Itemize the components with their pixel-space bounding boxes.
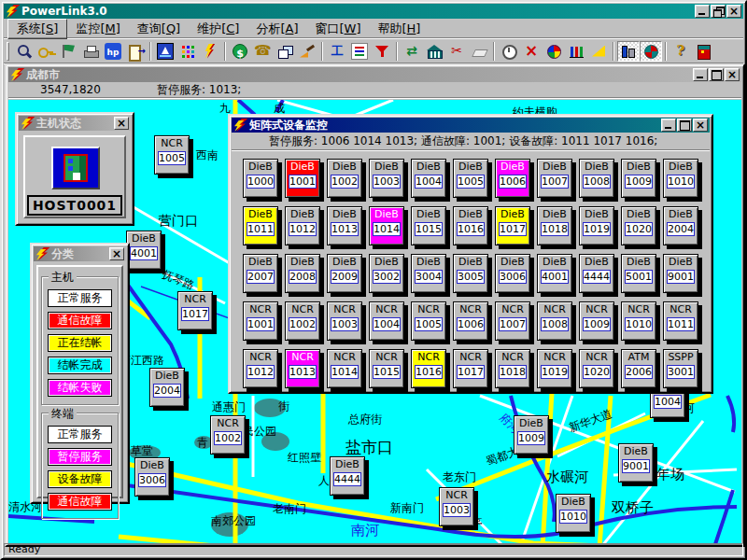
device-tile-DieB-3006[interactable]: DieB3006 xyxy=(495,254,530,293)
tb-eraser-button[interactable] xyxy=(468,41,490,62)
map-maximize-button[interactable] xyxy=(709,68,724,81)
tb-buildings-button[interactable] xyxy=(617,41,640,62)
map-minimize-button[interactable] xyxy=(693,68,708,81)
device-tile-DieB-1000[interactable]: DieB1000 xyxy=(243,159,278,198)
host-titlebar[interactable]: 主机状态 xyxy=(19,116,131,131)
tb-bank-button[interactable] xyxy=(423,41,445,62)
tb-hp-button[interactable] xyxy=(102,41,124,62)
device-tile-NCR-1017[interactable]: NCR1017 xyxy=(177,291,213,330)
device-tile-ATM-2006[interactable]: ATM2006 xyxy=(621,349,656,388)
device-tile-NCR-1007[interactable]: NCR1007 xyxy=(495,301,530,341)
device-tile-DieB-1010[interactable]: DieB1010 xyxy=(663,159,698,198)
device-tile-DieB-1004[interactable]: DieB1004 xyxy=(411,159,446,198)
host-close-button[interactable] xyxy=(114,117,129,130)
device-tile-DieB-1001[interactable]: DieB1001 xyxy=(285,159,320,198)
device-tile-DieB-4001[interactable]: DieB4001 xyxy=(537,254,572,293)
device-tile-DieB-2004[interactable]: DieB2004 xyxy=(149,368,185,407)
device-tile-DieB-1017[interactable]: DieB1017 xyxy=(495,206,530,245)
device-tile-NCR-1019[interactable]: NCR1019 xyxy=(537,349,572,388)
device-tile-DieB-4001[interactable]: DieB4001 xyxy=(126,231,162,270)
device-tile-DieB-1011[interactable]: DieB1011 xyxy=(243,206,278,245)
tb-money-button[interactable] xyxy=(229,41,251,62)
device-tile-DieB-4444[interactable]: DieB4444 xyxy=(330,456,365,496)
device-tile-NCR-1014[interactable]: NCR1014 xyxy=(327,349,362,388)
device-tile-DieB-3006[interactable]: DieB3006 xyxy=(134,457,170,497)
device-tile-DieB-1014[interactable]: DieB1014 xyxy=(369,206,404,245)
close-button[interactable] xyxy=(726,5,741,18)
device-tile-DieB-3005[interactable]: DieB3005 xyxy=(453,254,488,293)
tb-phone-button[interactable] xyxy=(251,41,274,62)
menu-item-3[interactable]: 查询[Q] xyxy=(129,20,189,38)
device-tile-DieB-1016[interactable]: DieB1016 xyxy=(453,206,488,245)
tb-cascade-button[interactable] xyxy=(274,41,296,62)
tb-alarm-button[interactable] xyxy=(692,41,714,62)
tb-flag-button[interactable] xyxy=(57,41,79,62)
menu-item-1[interactable]: 系统[S] xyxy=(7,19,67,39)
device-tile-NCR-1010[interactable]: NCR1010 xyxy=(621,301,656,341)
device-tile-NCR-1005[interactable]: NCR1005 xyxy=(154,135,190,175)
matrix-close-button[interactable] xyxy=(693,119,708,132)
device-tile-DieB-1018[interactable]: DieB1018 xyxy=(537,206,572,245)
tb-filter-button[interactable] xyxy=(371,41,393,62)
menu-item-6[interactable]: 窗口[W] xyxy=(306,20,369,38)
device-tile-DieB-1012[interactable]: DieB1012 xyxy=(285,206,320,245)
device-tile-DieB-2004[interactable]: DieB2004 xyxy=(663,206,698,245)
tb-key-button[interactable] xyxy=(35,41,57,62)
device-tile-DieB-4444[interactable]: DieB4444 xyxy=(579,254,614,293)
device-tile-DieB-9001[interactable]: DieB9001 xyxy=(663,254,698,293)
tb-bar-chart-button[interactable] xyxy=(565,41,587,62)
device-tile-DieB-1010[interactable]: DieB1010 xyxy=(556,494,591,533)
device-tile-NCR-1001[interactable]: NCR1001 xyxy=(243,301,278,341)
legend-close-button[interactable] xyxy=(109,247,124,260)
device-tile-NCR-1018[interactable]: NCR1018 xyxy=(495,349,530,388)
device-tile-NCR-1009[interactable]: NCR1009 xyxy=(579,301,614,341)
restore-button[interactable] xyxy=(711,5,726,18)
device-tile-NCR-1020[interactable]: NCR1020 xyxy=(579,349,614,388)
legend-titlebar[interactable]: 分类 xyxy=(34,246,126,261)
menu-item-5[interactable]: 分析[A] xyxy=(247,20,306,38)
device-tile-NCR-1011[interactable]: NCR1011 xyxy=(663,301,698,341)
tb-exit-button[interactable] xyxy=(124,41,147,62)
tb-matrix-monitor-button[interactable] xyxy=(640,41,662,62)
matrix-titlebar[interactable]: 矩阵式设备监控 xyxy=(232,118,710,133)
device-tile-NCR-1006[interactable]: NCR1006 xyxy=(453,301,488,341)
device-tile-DieB-1006[interactable]: DieB1006 xyxy=(495,159,530,198)
device-tile-DieB-3004[interactable]: DieB3004 xyxy=(411,254,446,293)
device-tile-DieB-2007[interactable]: DieB2007 xyxy=(243,254,278,293)
tb-ruler-button[interactable] xyxy=(587,41,610,62)
device-tile-DieB-1007[interactable]: DieB1007 xyxy=(537,159,572,198)
device-tile-DieB-1009[interactable]: DieB1009 xyxy=(621,159,656,198)
tb-printer-button[interactable] xyxy=(79,41,102,62)
menu-item-2[interactable]: 监控[M] xyxy=(67,20,128,38)
device-tile-NCR-1002[interactable]: NCR1002 xyxy=(285,301,320,341)
device-tile-DieB-2008[interactable]: DieB2008 xyxy=(285,254,320,293)
tb-find-button[interactable] xyxy=(12,41,35,62)
tb-color-grid-button[interactable] xyxy=(176,41,199,62)
tb-help-button[interactable] xyxy=(669,41,692,62)
device-tile-DieB-1008[interactable]: DieB1008 xyxy=(579,159,614,198)
toolbar-handle[interactable] xyxy=(7,42,9,61)
minimize-button[interactable] xyxy=(695,5,710,18)
tb-cut-button[interactable] xyxy=(445,41,468,62)
device-tile-DieB-1019[interactable]: DieB1019 xyxy=(579,206,614,245)
matrix-maximize-button[interactable] xyxy=(677,119,692,132)
device-tile-NCR-1003[interactable]: NCR1003 xyxy=(327,301,362,341)
device-tile-NCR-1002[interactable]: NCR1002 xyxy=(210,415,246,455)
tb-brush-button[interactable] xyxy=(296,41,318,62)
device-tile-NCR-1003[interactable]: NCR1003 xyxy=(439,487,474,526)
device-tile-NCR-1008[interactable]: NCR1008 xyxy=(537,301,572,341)
device-tile-NCR-1017[interactable]: NCR1017 xyxy=(453,349,488,388)
device-tile-DieB-1015[interactable]: DieB1015 xyxy=(411,206,446,245)
device-tile-NCR-1005[interactable]: NCR1005 xyxy=(411,301,446,341)
tb-report-button[interactable] xyxy=(348,41,371,62)
tb-tools-button[interactable] xyxy=(326,41,348,62)
device-tile-DieB-1002[interactable]: DieB1002 xyxy=(327,159,362,198)
device-tile-DieB-1003[interactable]: DieB1003 xyxy=(369,159,404,198)
host-button[interactable] xyxy=(51,147,100,189)
menu-item-4[interactable]: 维护[C] xyxy=(189,20,247,38)
device-tile-DieB-2009[interactable]: DieB2009 xyxy=(327,254,362,293)
tb-pie-button[interactable] xyxy=(543,41,565,62)
device-tile-NCR-1004[interactable]: NCR1004 xyxy=(369,301,404,341)
device-tile-DieB-3002[interactable]: DieB3002 xyxy=(369,254,404,293)
device-tile-NCR-1015[interactable]: NCR1015 xyxy=(369,349,404,388)
